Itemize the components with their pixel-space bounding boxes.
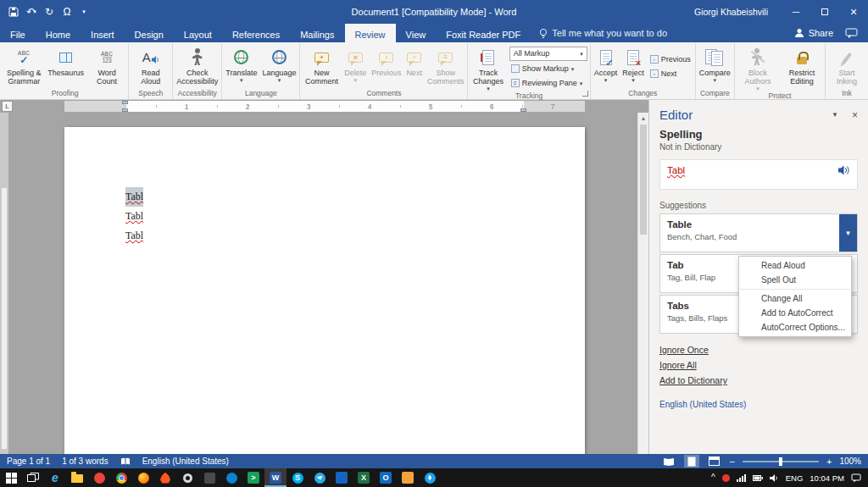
- share-button[interactable]: Share: [794, 28, 833, 38]
- read-aloud-button[interactable]: A Read Aloud: [130, 44, 171, 89]
- add-to-dictionary-link[interactable]: Add to Dictionary: [659, 373, 727, 388]
- tab-layout[interactable]: Layout: [174, 24, 222, 42]
- vertical-scrollbar[interactable]: ▲: [637, 113, 648, 454]
- misspelled-word-line[interactable]: Tabl: [125, 226, 143, 246]
- next-comment-button[interactable]: › Next: [403, 44, 425, 89]
- minimize-button[interactable]: ─: [782, 0, 810, 24]
- ignore-all-link[interactable]: Ignore All: [659, 357, 697, 373]
- taskbar-chrome-button[interactable]: [110, 468, 132, 487]
- taskbar-settings-button[interactable]: [176, 468, 198, 487]
- clock[interactable]: 10:04 PM: [810, 473, 844, 483]
- restore-button[interactable]: [810, 0, 839, 24]
- reject-button[interactable]: × Reject ▾: [620, 44, 647, 89]
- ignore-once-link[interactable]: Ignore Once: [659, 342, 709, 357]
- web-layout-button[interactable]: [707, 455, 722, 468]
- zoom-level[interactable]: 100%: [839, 457, 861, 466]
- scroll-up-icon[interactable]: ▲: [638, 113, 648, 124]
- scrollbar-thumb[interactable]: [640, 125, 647, 235]
- previous-change-button[interactable]: ‹ Previous: [648, 53, 693, 66]
- vertical-ruler[interactable]: [0, 113, 8, 454]
- tab-stop-selector[interactable]: L: [2, 101, 13, 112]
- next-change-button[interactable]: › Next: [648, 68, 693, 80]
- taskbar-dark-app-button[interactable]: [198, 468, 220, 487]
- tab-insert[interactable]: Insert: [81, 24, 125, 42]
- right-indent-marker[interactable]: [520, 108, 526, 112]
- taskbar-outlook-button[interactable]: O: [375, 468, 397, 487]
- taskbar-orange-app-button[interactable]: [397, 468, 419, 487]
- proofing-status-icon[interactable]: [120, 457, 131, 466]
- word-count-indicator[interactable]: 1 of 3 words: [62, 457, 108, 466]
- menu-item-read-aloud[interactable]: Read Aloud: [739, 258, 851, 273]
- proofing-language-link[interactable]: English (United States): [649, 388, 756, 421]
- misspelled-word-line[interactable]: Tabl: [125, 187, 143, 207]
- check-accessibility-button[interactable]: Check Accessibility: [174, 44, 220, 89]
- taskbar-compass-app-button[interactable]: [419, 468, 441, 487]
- suggestion-card-table[interactable]: Table Bench, Chart, Food ▼: [659, 213, 858, 252]
- taskbar-edge-button[interactable]: e: [44, 468, 66, 487]
- start-inking-button[interactable]: Start Inking: [826, 44, 867, 89]
- network-icon[interactable]: [737, 474, 746, 482]
- language-button[interactable]: Language ▾: [259, 44, 298, 89]
- tell-me-box[interactable]: Tell me what you want to do: [531, 24, 676, 42]
- taskbar-word-button[interactable]: W: [264, 468, 287, 487]
- volume-icon[interactable]: [770, 474, 779, 482]
- start-button[interactable]: [0, 468, 22, 487]
- tab-foxit-reader-pdf[interactable]: Foxit Reader PDF: [436, 24, 531, 42]
- show-hidden-icons-button[interactable]: ^: [711, 473, 715, 482]
- zoom-slider-thumb[interactable]: [779, 457, 782, 466]
- block-authors-button[interactable]: Block Authors ▾: [736, 44, 780, 91]
- tab-mailings[interactable]: Mailings: [290, 24, 344, 42]
- tab-view[interactable]: View: [396, 24, 437, 42]
- battery-icon[interactable]: [753, 475, 763, 481]
- taskbar-flame-app-button[interactable]: [154, 468, 176, 487]
- read-mode-button[interactable]: [661, 455, 676, 468]
- tracking-dialog-launcher[interactable]: [582, 91, 588, 97]
- pane-options-chevron-icon[interactable]: ▼: [832, 111, 838, 119]
- taskbar-skype-button[interactable]: S: [287, 468, 309, 487]
- print-layout-button[interactable]: [684, 455, 699, 468]
- translate-button[interactable]: Translate ▾: [223, 44, 259, 89]
- menu-item-spell-out[interactable]: Spell Out: [739, 273, 851, 287]
- accept-button[interactable]: ✓ Accept ▾: [592, 44, 620, 89]
- new-comment-button[interactable]: + New Comment: [301, 44, 342, 89]
- suggestion-dropdown-button[interactable]: ▼: [839, 214, 857, 252]
- thesaurus-button[interactable]: Thesaurus: [45, 44, 86, 89]
- symbol-button[interactable]: Ω: [58, 3, 75, 21]
- tab-review[interactable]: Review: [345, 24, 396, 42]
- taskbar-file-explorer-button[interactable]: [66, 468, 88, 487]
- taskbar-messenger-button[interactable]: [220, 468, 242, 487]
- restrict-editing-button[interactable]: Restrict Editing: [780, 44, 824, 91]
- taskbar-red-app-button[interactable]: [88, 468, 110, 487]
- taskbar-firefox-button[interactable]: [132, 468, 154, 487]
- tab-file[interactable]: File: [0, 24, 36, 42]
- compare-button[interactable]: Compare ▾: [697, 44, 733, 89]
- pane-close-icon[interactable]: ×: [852, 109, 858, 121]
- taskbar-excel-button[interactable]: X: [353, 468, 375, 487]
- taskbar-telegram-button[interactable]: [309, 468, 331, 487]
- save-button[interactable]: [5, 3, 22, 21]
- task-view-button[interactable]: [22, 468, 44, 487]
- page-indicator[interactable]: Page 1 of 1: [7, 457, 50, 466]
- zoom-out-button[interactable]: −: [730, 457, 735, 467]
- horizontal-ruler[interactable]: 1 2 3 4 5 6 7: [64, 101, 585, 112]
- misspelled-word-line[interactable]: Tabl: [125, 207, 143, 226]
- reviewing-pane-dropdown[interactable]: ≡ Reviewing Pane ▾: [509, 77, 587, 90]
- taskbar-blue-app-button[interactable]: [331, 468, 353, 487]
- show-comments-button[interactable]: ≡ Show Comments: [425, 44, 467, 89]
- read-word-speaker-icon[interactable]: [838, 165, 850, 175]
- word-count-button[interactable]: ABC123 Word Count: [86, 44, 127, 89]
- tab-design[interactable]: Design: [125, 24, 174, 42]
- show-markup-dropdown[interactable]: Show Markup ▾: [509, 63, 587, 75]
- tab-references[interactable]: References: [222, 24, 290, 42]
- action-center-icon[interactable]: [851, 473, 861, 483]
- first-line-indent-marker[interactable]: [122, 101, 128, 104]
- comments-icon[interactable]: [845, 28, 858, 39]
- tab-home[interactable]: Home: [36, 24, 81, 42]
- account-name[interactable]: Giorgi Khabeishvili: [694, 7, 768, 17]
- language-indicator[interactable]: English (United States): [142, 457, 229, 466]
- tray-red-app-icon[interactable]: [722, 474, 730, 482]
- menu-item-autocorrect-options[interactable]: AutoCorrect Options...: [739, 320, 851, 335]
- zoom-in-button[interactable]: +: [826, 457, 832, 467]
- menu-item-change-all[interactable]: Change All: [739, 291, 851, 306]
- input-language-indicator[interactable]: ENG: [786, 473, 804, 483]
